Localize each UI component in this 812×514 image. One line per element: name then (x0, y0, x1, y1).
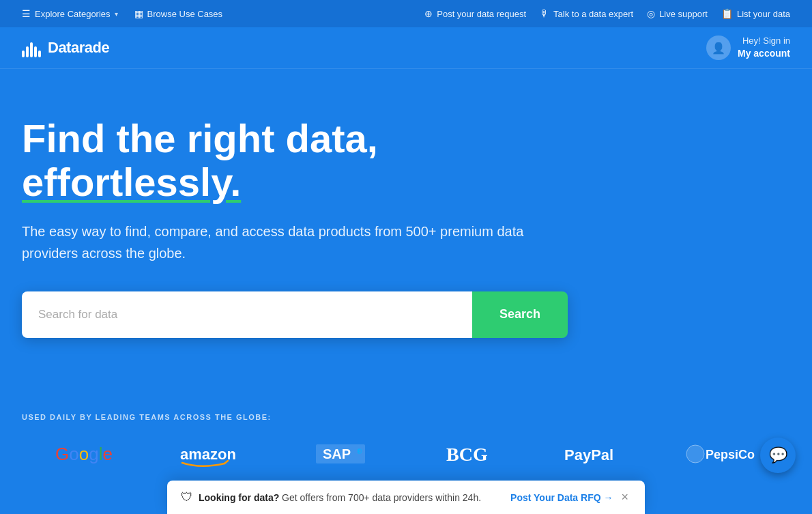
svg-text:Google: Google (55, 444, 113, 464)
chat-bubble-icon: 💬 (769, 446, 787, 464)
explore-categories-label: Explore Categories (35, 9, 111, 19)
post-icon: ⊕ (424, 8, 433, 19)
account-hey: Hey! Sign in (738, 35, 790, 47)
top-bar: ☰ Explore Categories ▾ ▦ Browse Use Case… (0, 0, 812, 27)
notification-rfq-link[interactable]: Post Your Data RFQ → (510, 492, 613, 503)
svg-text:PepsiCo: PepsiCo (706, 448, 755, 461)
notification-text: Looking for data? Get offers from 700+ d… (199, 492, 505, 503)
svg-text:SAP: SAP (323, 446, 351, 461)
browse-use-cases-button[interactable]: ▦ Browse Use Cases (134, 8, 223, 19)
grid-icon: ▦ (134, 8, 143, 19)
svg-text:PayPal: PayPal (564, 446, 613, 463)
list-data-label: List your data (737, 9, 790, 19)
notification-body: Get offers from 700+ data providers with… (279, 492, 481, 503)
hero-section: Find the right data, effortlessly. The e… (0, 69, 614, 379)
account-text-area: Hey! Sign in My account (738, 35, 790, 59)
chat-bubble-button[interactable]: 💬 (760, 438, 796, 473)
logo-bar-2 (26, 46, 29, 57)
svg-point-7 (686, 445, 704, 463)
notification-icon: 🛡 (181, 490, 193, 504)
list-data-button[interactable]: 📋 List your data (721, 8, 790, 19)
explore-categories-button[interactable]: ☰ Explore Categories ▾ (22, 8, 118, 19)
menu-icon: ☰ (22, 8, 31, 19)
main-nav: Datarade 👤 Hey! Sign in My account (0, 27, 812, 69)
logo-bar-1 (22, 51, 25, 57)
chevron-down-icon: ▾ (115, 10, 118, 18)
sap-logo: SAP ® (278, 440, 406, 468)
logos-label: USED DAILY BY LEADING TEAMS ACROSS THE G… (22, 413, 790, 421)
avatar: 👤 (706, 35, 731, 60)
hero-title: Find the right data, effortlessly. (22, 117, 592, 204)
logos-section: USED DAILY BY LEADING TEAMS ACROSS THE G… (0, 379, 812, 488)
mic-icon: 🎙 (540, 8, 549, 19)
search-button[interactable]: Search (472, 291, 568, 338)
hero-subtitle: The easy way to find, compare, and acces… (22, 220, 540, 264)
logo-icon (22, 38, 41, 57)
logos-row: Google amazon SAP ® BCG (22, 440, 790, 468)
top-bar-left: ☰ Explore Categories ▾ ▦ Browse Use Case… (22, 8, 222, 19)
hero-title-highlight: effortlessly. (22, 160, 241, 204)
live-support-label: Live support (659, 9, 708, 19)
amazon-logo: amazon (150, 440, 278, 468)
logo[interactable]: Datarade (22, 38, 109, 57)
account-name: My account (738, 47, 790, 59)
talk-expert-button[interactable]: 🎙 Talk to a data expert (540, 8, 633, 19)
notification-bold: Looking for data? (199, 492, 279, 503)
list-icon: 📋 (721, 8, 733, 19)
hero-title-part1: Find the right data, (22, 116, 378, 160)
post-data-request-button[interactable]: ⊕ Post your data request (424, 8, 526, 19)
notification-close-button[interactable]: × (618, 490, 631, 504)
paypal-logo: PayPal (534, 440, 663, 468)
avatar-icon: 👤 (712, 42, 725, 55)
google-logo: Google (22, 442, 150, 466)
logo-bar-3 (30, 42, 33, 57)
post-data-request-label: Post your data request (437, 9, 526, 19)
bcg-logo: BCG (406, 440, 534, 468)
talk-expert-label: Talk to a data expert (553, 9, 633, 19)
top-bar-right: ⊕ Post your data request 🎙 Talk to a dat… (424, 8, 790, 19)
notification-bar: 🛡 Looking for data? Get offers from 700+… (167, 481, 645, 514)
logo-bar-4 (34, 46, 37, 57)
logo-bar-5 (38, 51, 41, 57)
chat-icon: ◎ (647, 8, 655, 19)
search-input[interactable] (22, 291, 472, 338)
browse-use-cases-label: Browse Use Cases (147, 9, 223, 19)
svg-text:®: ® (357, 448, 362, 455)
live-support-button[interactable]: ◎ Live support (647, 8, 708, 19)
logo-text: Datarade (48, 39, 109, 57)
svg-text:BCG: BCG (446, 444, 488, 465)
account-button[interactable]: 👤 Hey! Sign in My account (706, 35, 790, 60)
search-bar: Search (22, 291, 568, 338)
